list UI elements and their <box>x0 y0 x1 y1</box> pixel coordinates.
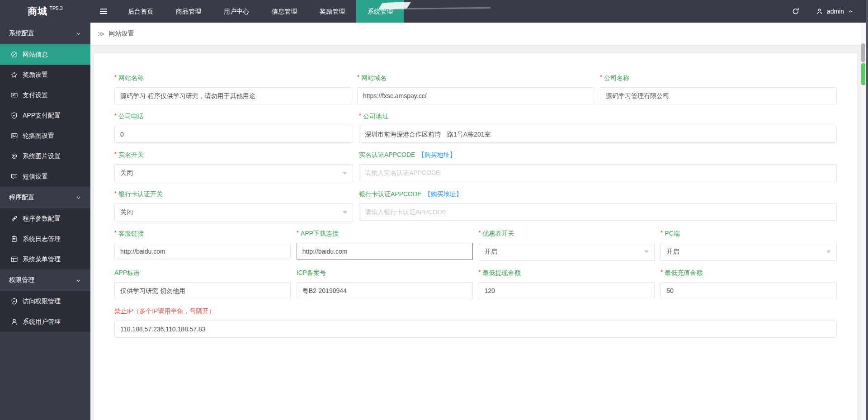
sidebar-item-label: 系统菜单管理 <box>23 255 61 264</box>
input-icp-number[interactable] <box>297 282 473 299</box>
input-realname-appcode[interactable] <box>359 164 837 181</box>
input-site-domain[interactable] <box>357 87 594 104</box>
sidebar-item-label: 程序参数配置 <box>23 215 61 223</box>
required-asterisk: * <box>359 112 361 119</box>
top-nav: 后台首页商品管理用户中心信息管理奖励管理系统管理 <box>117 0 404 23</box>
sidebar-item-0-2[interactable]: 支付设置 <box>0 85 90 105</box>
sidebar-item-2-1[interactable]: 系统用户管理 <box>0 311 90 332</box>
content: *网站名称*网站域名*公司名称*公司电话*公司地址*实名开关关闭实名认证APPC… <box>90 45 868 420</box>
sidebar-item-1-0[interactable]: 程序参数配置 <box>0 208 90 229</box>
field-banned-ip: 禁止IP（多个IP请用半角，号隔开） <box>114 307 837 338</box>
input-site-name[interactable] <box>114 87 351 104</box>
select-pc-switch[interactable]: 开启 <box>660 243 837 261</box>
required-asterisk: * <box>114 112 117 119</box>
top-nav-item-4[interactable]: 信息管理 <box>260 0 308 23</box>
field-company-name: *公司名称 <box>600 74 837 104</box>
field-label-service-link: *客服链接 <box>114 230 291 238</box>
sidebar-item-2-0[interactable]: 访问权限管理 <box>0 291 90 311</box>
settings-form: *网站名称*网站域名*公司名称*公司电话*公司地址*实名开关关闭实名认证APPC… <box>114 74 837 338</box>
gear-icon <box>10 152 18 160</box>
select-bankcard-switch[interactable]: 关闭 <box>114 203 353 222</box>
buy-address-link[interactable]: 【购买地址】 <box>424 190 462 198</box>
field-label-text: 公司电话 <box>118 113 144 120</box>
top-nav-item-1[interactable]: 后台首页 <box>117 0 165 23</box>
field-pc-switch: *PC端开启 <box>660 230 837 261</box>
scrollbar-thumb-accent[interactable] <box>861 63 865 85</box>
refresh-icon <box>792 7 800 15</box>
sidebar-group-header-2[interactable]: 程序配置 <box>0 187 90 208</box>
sidebar-item-1-1[interactable]: 系统日志管理 <box>0 229 90 249</box>
field-label-company-address: *公司地址 <box>359 113 837 121</box>
input-service-link[interactable] <box>114 243 291 260</box>
input-min-recharge[interactable] <box>660 282 837 299</box>
input-company-phone[interactable] <box>114 126 353 143</box>
user-icon <box>816 8 823 15</box>
sidebar-group-header-1[interactable]: 系统配置 <box>0 23 90 44</box>
required-asterisk: * <box>114 151 117 157</box>
scrollbar-track[interactable] <box>861 23 866 420</box>
field-label-bankcard-appcode: 银行卡认证APPCODE【购买地址】 <box>359 190 837 198</box>
sidebar-group-items: 访问权限管理系统用户管理 <box>0 291 90 332</box>
app-logo-text: 商城 <box>28 5 47 18</box>
star-icon <box>10 71 18 79</box>
user-icon <box>10 318 18 326</box>
chevron-down-icon <box>75 278 81 283</box>
required-asterisk: * <box>297 229 299 236</box>
input-company-address[interactable] <box>359 126 837 143</box>
top-nav-item-3[interactable]: 用户中心 <box>212 0 260 23</box>
input-bankcard-appcode[interactable] <box>359 203 837 221</box>
field-company-phone: *公司电话 <box>114 113 353 143</box>
field-realname-switch: *实名开关关闭 <box>114 151 353 182</box>
top-nav-item-6[interactable]: 系统管理 <box>356 0 404 23</box>
breadcrumb: ≫ 网站设置 <box>90 23 868 45</box>
top-nav-item-5[interactable]: 奖励管理 <box>308 0 356 23</box>
site-icon <box>10 51 18 58</box>
sidebar-group-header-3[interactable]: 权限管理 <box>0 269 90 291</box>
required-asterisk: * <box>600 74 602 80</box>
topbar-right: admin <box>780 0 868 23</box>
page-title: 网站设置 <box>109 30 134 38</box>
refresh-button[interactable] <box>780 0 811 23</box>
sidebar-item-1-2[interactable]: 系统菜单管理 <box>0 249 90 269</box>
input-company-name[interactable] <box>600 87 837 104</box>
select-coupon-switch[interactable]: 开启 <box>479 243 655 261</box>
chevron-up-icon <box>848 9 854 14</box>
user-menu[interactable]: admin <box>811 0 858 23</box>
scrollbar-thumb[interactable] <box>861 43 865 62</box>
field-label-min-recharge: *最低充值金额 <box>660 269 837 277</box>
input-min-withdraw[interactable] <box>479 282 655 299</box>
shield-check-icon <box>10 112 18 119</box>
log-icon <box>10 235 18 243</box>
sidebar-item-0-5[interactable]: 系统图片设置 <box>0 146 90 166</box>
sidebar-item-0-6[interactable]: 短信设置 <box>0 166 90 187</box>
input-app-download-link[interactable] <box>297 243 473 260</box>
link-icon <box>10 215 18 222</box>
hamburger-menu-icon[interactable] <box>90 0 117 23</box>
form-row-7: 禁止IP（多个IP请用半角，号隔开） <box>114 307 837 338</box>
required-asterisk: * <box>114 190 117 197</box>
required-asterisk: * <box>114 74 117 80</box>
sidebar-item-0-4[interactable]: 轮播图设置 <box>0 126 90 146</box>
settings-form-card: *网站名称*网站域名*公司名称*公司电话*公司地址*实名开关关闭实名认证APPC… <box>94 53 857 420</box>
input-app-slogan[interactable] <box>114 282 291 299</box>
sidebar-group-label: 权限管理 <box>9 276 34 284</box>
field-label-site-domain: *网站域名 <box>357 74 594 82</box>
sidebar-item-label: 网站信息 <box>23 51 48 59</box>
input-banned-ip[interactable] <box>114 321 837 338</box>
required-asterisk: * <box>357 74 359 80</box>
required-asterisk: * <box>479 269 481 275</box>
sidebar-item-label: 短信设置 <box>23 173 48 181</box>
sidebar-item-0-0[interactable]: 网站信息 <box>0 44 90 65</box>
buy-address-link[interactable]: 【购买地址】 <box>418 151 456 158</box>
top-nav-item-2[interactable]: 商品管理 <box>165 0 212 23</box>
select-realname-switch[interactable]: 关闭 <box>114 164 353 182</box>
field-label-banned-ip: 禁止IP（多个IP请用半角，号隔开） <box>114 307 837 316</box>
window-edge <box>866 0 868 420</box>
main-area: ≫ 网站设置 *网站名称*网站域名*公司名称*公司电话*公司地址*实名开关关闭实… <box>90 23 868 420</box>
sidebar-item-0-1[interactable]: 奖励设置 <box>0 65 90 85</box>
sidebar-item-0-3[interactable]: APP支付配置 <box>0 105 90 126</box>
field-label-icp-number: ICP备案号 <box>297 269 473 277</box>
form-row-6: APP标语ICP备案号*最低提现金额*最低充值金额 <box>114 269 837 299</box>
field-label-company-phone: *公司电话 <box>114 113 353 121</box>
field-site-domain: *网站域名 <box>357 74 594 104</box>
